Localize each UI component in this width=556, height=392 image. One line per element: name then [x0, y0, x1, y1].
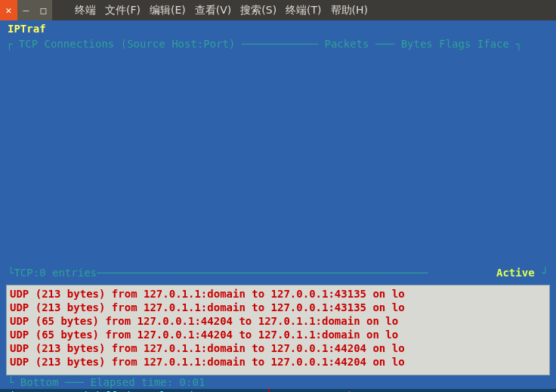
frame-dash: ────────────────────────────────────────…: [97, 266, 496, 279]
udp-line: UDP (213 bytes) from 127.0.1.1:domain to…: [10, 355, 546, 369]
tcp-header-row: ┌ TCP Connections (Source Host:Port) ───…: [3, 37, 553, 51]
menu-help[interactable]: 帮助(H): [326, 4, 372, 17]
window-minimize-button[interactable]: –: [17, 0, 35, 20]
udp-line: UDP (213 bytes) from 127.0.1.1:domain to…: [10, 341, 546, 355]
window-close-button[interactable]: ✕: [0, 0, 17, 20]
menu-terminal-app[interactable]: 终端: [70, 4, 100, 17]
elapsed-label: Elapsed time:: [91, 376, 174, 388]
udp-line: UDP (213 bytes) from 127.0.1.1:domain to…: [10, 301, 546, 314]
tcp-footer-label: TCP:: [14, 266, 39, 279]
status-row: Pkts captured (all interfaces): 61 No TC…: [0, 389, 556, 392]
bottom-label: Bottom: [20, 376, 59, 388]
frame-corner: ┐: [509, 38, 522, 50]
no-tcp-entries: No TCP entries: [276, 389, 365, 392]
udp-line: UDP (213 bytes) from 127.0.1.1:domain to…: [10, 287, 546, 301]
tcp-header-label: TCP Connections (Source Host:Port): [19, 38, 236, 50]
udp-line: UDP (65 bytes) from 127.0.0.1:44204 to 1…: [10, 314, 546, 328]
frame-dash: ───: [369, 38, 400, 50]
frame-dash: ───: [58, 376, 90, 388]
window-titlebar: ✕ – □ 终端 文件(F) 编辑(E) 查看(V) 搜索(S) 终端(T) 帮…: [0, 0, 556, 20]
menubar: 终端 文件(F) 编辑(E) 查看(V) 搜索(S) 终端(T) 帮助(H): [70, 4, 372, 17]
window-maximize-button[interactable]: □: [35, 0, 52, 20]
pkts-captured-value: 61: [202, 389, 262, 392]
tcp-entries-count: 0 entries: [39, 266, 97, 279]
col-packets: Packets: [324, 38, 369, 50]
app-title: IPTraf: [0, 22, 46, 35]
col-iface: Iface: [477, 38, 509, 50]
window-controls: ✕ – □: [0, 0, 52, 20]
menu-view[interactable]: 查看(V): [190, 4, 236, 17]
frame-corner: ┌: [6, 38, 19, 50]
elapsed-value: 0:01: [180, 376, 205, 388]
menu-terminal[interactable]: 终端(T): [281, 4, 326, 17]
frame-corner: └: [8, 376, 20, 388]
udp-line: UDP (65 bytes) from 127.0.0.1:44204 to 1…: [10, 328, 546, 341]
menu-edit[interactable]: 编辑(E): [145, 4, 190, 17]
col-flags: Flags: [439, 38, 471, 50]
active-indicator: Active: [496, 266, 535, 279]
frame-corner: ┘: [542, 266, 548, 279]
col-bytes: Bytes: [401, 38, 433, 50]
frame-corner: └: [8, 266, 14, 279]
frame-dash: ────────────: [235, 38, 324, 50]
menu-file[interactable]: 文件(F): [100, 4, 145, 17]
udp-log-box[interactable]: UDP (213 bytes) from 127.0.1.1:domain to…: [6, 285, 550, 375]
tcp-footer-row: └ TCP: 0 entries ───────────────────────…: [3, 266, 553, 279]
pkts-captured-label: Pkts captured (all interfaces):: [5, 389, 202, 392]
terminal-area[interactable]: IPTraf ┌ TCP Connections (Source Host:Po…: [0, 20, 556, 392]
status-separator: [268, 389, 270, 392]
menu-search[interactable]: 搜索(S): [236, 4, 281, 17]
